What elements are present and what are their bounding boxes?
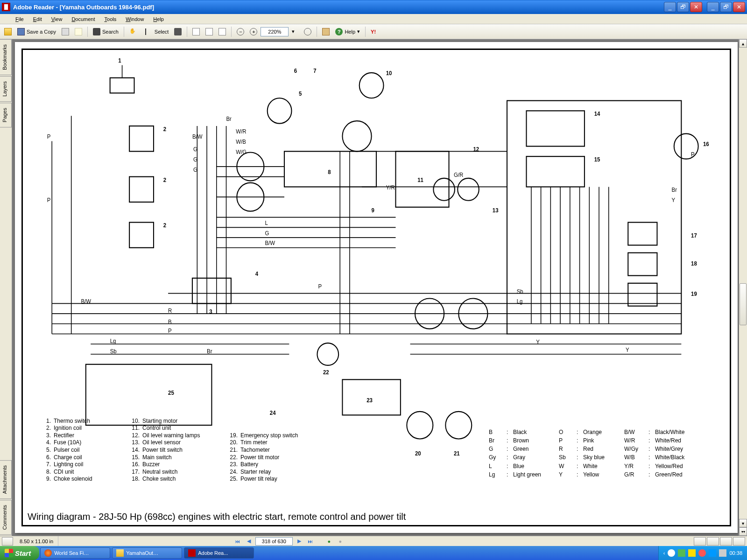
single-page-button[interactable] (694, 537, 706, 546)
system-tray[interactable]: ‹ 00:38 (658, 546, 747, 560)
svg-rect-3 (129, 222, 154, 247)
tray-icon-5[interactable] (709, 549, 716, 557)
svg-rect-12 (628, 283, 657, 306)
task-explorer[interactable]: YamahaOut… (112, 547, 182, 559)
svg-point-19 (342, 121, 371, 151)
svg-text:P: P (47, 197, 51, 203)
tray-icon-2[interactable] (678, 549, 685, 557)
zoom-in-button[interactable]: + (247, 26, 260, 37)
svg-text:25: 25 (168, 390, 174, 396)
svg-text:24: 24 (270, 410, 276, 416)
scroll-pagedown-button[interactable]: ▾▾ (739, 527, 747, 536)
folder-icon (4, 28, 12, 35)
snapshot-tool-button[interactable] (172, 26, 184, 37)
svg-text:B/W: B/W (265, 240, 275, 246)
svg-text:R: R (168, 308, 172, 314)
page-layout-button[interactable] (2, 537, 13, 546)
zoom-dropdown[interactable]: ▾ (289, 26, 301, 37)
tab-layers[interactable]: Layers (0, 76, 12, 102)
tray-clock[interactable]: 00:38 (729, 550, 742, 556)
facing-button[interactable] (720, 537, 732, 546)
zoom-out-button[interactable]: − (234, 26, 247, 37)
search-button[interactable]: Search (91, 26, 121, 37)
component-legend-col2: 10.Starting motor11.Control unit12.Oil l… (130, 418, 200, 483)
tray-expand-icon[interactable]: ‹ (663, 550, 665, 556)
svg-text:23: 23 (366, 397, 373, 403)
back-button[interactable]: ● (324, 537, 334, 546)
task-adobe-reader[interactable]: Adobe Rea... (184, 547, 254, 559)
svg-rect-11 (628, 253, 657, 276)
svg-text:15: 15 (594, 156, 600, 162)
svg-text:18: 18 (691, 260, 697, 266)
tray-icon-1[interactable] (668, 549, 675, 557)
svg-rect-1 (129, 126, 154, 151)
doc-restore-button[interactable]: 🗗 (720, 2, 732, 12)
forward-button[interactable]: ● (336, 537, 345, 546)
svg-text:5: 5 (299, 91, 302, 97)
yahoo-button[interactable]: Y! (368, 26, 380, 37)
svg-text:W/B: W/B (236, 139, 246, 145)
email-button[interactable] (72, 26, 85, 37)
open-button[interactable] (2, 26, 14, 37)
select-tool-button[interactable]: Select (140, 26, 171, 37)
windows-logo-icon (5, 549, 13, 557)
fit-width-button[interactable] (216, 26, 228, 37)
menu-file[interactable]: File (11, 15, 28, 23)
menu-window[interactable]: Window (121, 15, 148, 23)
tab-attachments[interactable]: Attachments (0, 460, 12, 499)
scroll-thumb[interactable] (740, 283, 747, 325)
doc-minimize-button[interactable]: _ (707, 2, 719, 12)
fit-page-button[interactable] (203, 26, 215, 37)
svg-rect-2 (129, 177, 154, 202)
tray-icon-3[interactable] (688, 549, 696, 557)
svg-text:4: 4 (255, 270, 259, 276)
restore-button[interactable]: 🗗 (677, 2, 689, 12)
save-copy-button[interactable]: Save a Copy (15, 26, 58, 37)
continuous-button[interactable] (707, 537, 719, 546)
tab-pages[interactable]: Pages (0, 103, 12, 127)
menu-tools[interactable]: Tools (100, 15, 121, 23)
side-tabs-left: Bookmarks Layers Pages Attachments Comme… (0, 39, 12, 536)
last-page-button[interactable]: ⏭ (306, 537, 315, 546)
tab-bookmarks[interactable]: Bookmarks (0, 39, 12, 75)
doc-close-button[interactable]: ✕ (733, 2, 745, 12)
page-number-field[interactable] (255, 537, 293, 546)
menu-help[interactable]: Help (148, 15, 169, 23)
tray-volume-icon[interactable] (719, 549, 726, 557)
tab-comments[interactable]: Comments (0, 500, 12, 535)
svg-text:1: 1 (118, 57, 121, 63)
next-page-button[interactable]: ▶ (295, 537, 304, 546)
vertical-scrollbar[interactable]: ▴ ▾ ▾▾ (739, 39, 747, 536)
menu-view[interactable]: View (47, 15, 67, 23)
page-width-icon (218, 28, 226, 35)
zoom-tool-button[interactable] (302, 26, 314, 37)
minimize-button[interactable]: _ (664, 2, 676, 12)
print-button[interactable] (59, 26, 71, 37)
svg-text:17: 17 (691, 232, 697, 238)
scroll-up-button[interactable]: ▴ (739, 39, 747, 48)
zoom-field[interactable] (261, 27, 289, 36)
svg-point-21 (458, 178, 479, 201)
svg-point-25 (445, 412, 472, 439)
svg-text:P: P (47, 133, 51, 140)
hand-tool-button[interactable]: ✋ (127, 26, 139, 37)
svg-text:10: 10 (386, 70, 392, 76)
scroll-down-button[interactable]: ▾ (739, 519, 747, 527)
document-viewport[interactable]: 1 2 2 2 3 4 5 6 7 8 9 10 11 12 1 (12, 39, 747, 536)
continuous-facing-button[interactable] (733, 537, 745, 546)
menu-edit[interactable]: Edit (28, 15, 47, 23)
actual-size-button[interactable] (190, 26, 202, 37)
prev-page-button[interactable]: ◀ (244, 537, 254, 546)
menu-document[interactable]: Document (67, 15, 99, 23)
help-button[interactable]: ?Help ▾ (333, 26, 362, 37)
svg-text:Br: Br (226, 116, 232, 122)
tray-icon-4[interactable] (698, 549, 706, 557)
svg-point-15 (359, 73, 384, 98)
svg-text:G: G (193, 167, 197, 173)
svg-text:Lg: Lg (517, 298, 523, 304)
first-page-button[interactable]: ⏮ (233, 537, 242, 546)
task-firefox[interactable]: World Sea Fi… (40, 547, 110, 559)
close-button[interactable]: ✕ (690, 2, 702, 12)
reading-button[interactable] (320, 26, 332, 37)
start-button[interactable]: Start (0, 546, 39, 560)
